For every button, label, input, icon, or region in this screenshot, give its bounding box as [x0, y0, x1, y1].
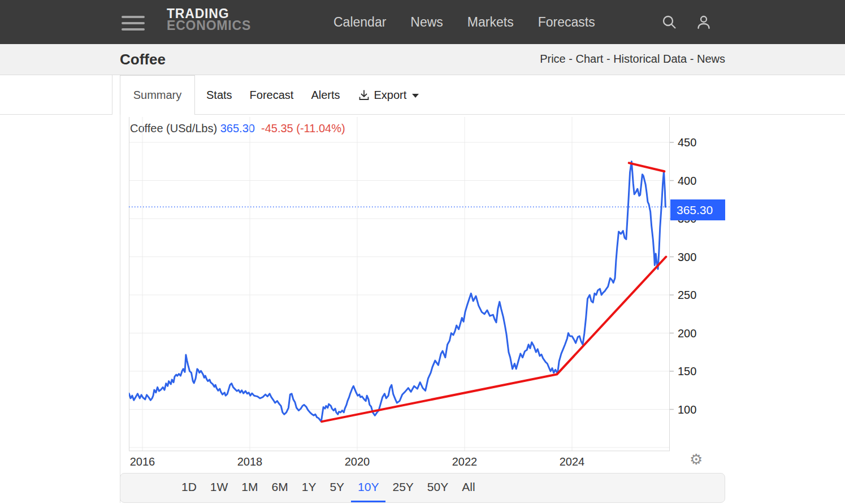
tab-summary[interactable]: Summary [120, 75, 195, 115]
export-button[interactable]: Export [358, 89, 419, 102]
tab-bar: Summary StatsForecastAlertsExport [0, 75, 845, 115]
range-button-6m[interactable]: 6M [265, 473, 295, 502]
menu-icon[interactable] [122, 16, 145, 32]
y-axis-label: 150 [678, 364, 696, 379]
divider [120, 115, 120, 503]
export-label: Export [374, 89, 407, 102]
nav-item-markets[interactable]: Markets [467, 15, 514, 30]
nav-item-forecasts[interactable]: Forecasts [538, 15, 595, 30]
settings-icon[interactable]: ⚙ [690, 452, 703, 467]
tab-stats[interactable]: Stats [206, 89, 232, 102]
site-logo[interactable]: TRADING ECONOMICS [167, 7, 251, 33]
nav-item-news[interactable]: News [410, 15, 443, 30]
price-series-line [129, 162, 665, 422]
y-axis-label: 400 [678, 173, 696, 188]
trendline [629, 163, 665, 171]
search-icon[interactable] [661, 14, 677, 30]
page-header: Coffee Price - Chart - Historical Data -… [0, 44, 845, 75]
tab-forecast[interactable]: Forecast [250, 89, 294, 102]
breadcrumb-links[interactable]: Price - Chart - Historical Data - News [540, 53, 725, 66]
navbar-icons [661, 0, 712, 44]
x-axis-label: 2016 [130, 455, 155, 468]
range-button-1d[interactable]: 1D [175, 473, 203, 502]
chart-card: Coffee (USd/Lbs) 365.30 -45.35 (-11.04%)… [0, 115, 845, 472]
nav-item-calendar[interactable]: Calendar [333, 15, 386, 30]
x-axis-label: 2022 [452, 455, 478, 468]
tab-alerts[interactable]: Alerts [311, 89, 340, 102]
y-axis-label: 300 [678, 250, 696, 264]
y-axis-label: 450 [678, 135, 696, 150]
tab-list: StatsForecastAlertsExport [206, 75, 419, 115]
download-icon [358, 89, 370, 101]
range-button-50y[interactable]: 50Y [421, 473, 455, 502]
y-axis-label: 200 [678, 326, 696, 341]
range-button-25y[interactable]: 25Y [385, 473, 420, 502]
x-axis-label: 2018 [237, 455, 263, 468]
range-button-all[interactable]: All [455, 473, 482, 502]
x-axis-label: 2020 [345, 455, 370, 468]
range-button-1m[interactable]: 1M [235, 473, 265, 502]
range-selector: 1D1W1M6M1Y5Y10Y25Y50YAll [120, 473, 725, 503]
range-button-5y[interactable]: 5Y [323, 473, 351, 502]
y-axis-label: 100 [678, 402, 696, 417]
price-chart-plot[interactable] [129, 117, 675, 454]
logo-line2: ECONOMICS [167, 19, 251, 32]
range-button-10y[interactable]: 10Y [351, 473, 385, 502]
x-axis-label: 2024 [560, 455, 585, 468]
current-price-badge: 365.30 [670, 199, 725, 220]
page-title: Coffee [120, 51, 166, 68]
y-axis-label: 250 [678, 288, 696, 302]
range-button-1y[interactable]: 1Y [295, 473, 323, 502]
navbar-menu: CalendarNewsMarketsForecasts [333, 0, 595, 44]
range-button-1w[interactable]: 1W [203, 473, 235, 502]
user-icon[interactable] [696, 14, 712, 30]
top-navbar: TRADING ECONOMICS CalendarNewsMarketsFor… [0, 0, 845, 44]
caret-down-icon [412, 94, 419, 98]
divider [112, 75, 112, 115]
